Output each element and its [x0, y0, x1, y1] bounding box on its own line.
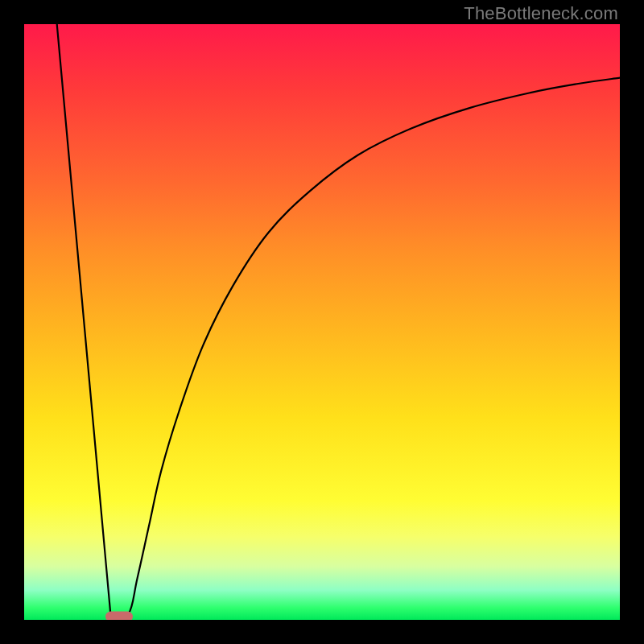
curve-svg	[24, 24, 620, 620]
watermark-text: TheBottleneck.com	[464, 3, 618, 24]
plot-area	[24, 24, 620, 620]
minimum-marker	[105, 611, 133, 620]
bottleneck-curve	[57, 24, 620, 617]
